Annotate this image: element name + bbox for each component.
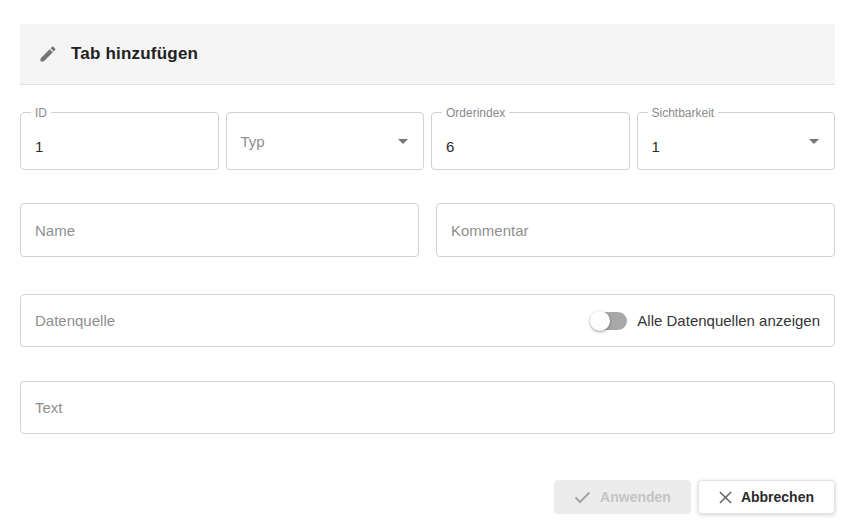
- kommentar-input[interactable]: [451, 222, 820, 239]
- apply-button[interactable]: Anwenden: [554, 480, 691, 514]
- orderindex-field: Orderindex: [431, 112, 630, 170]
- name-field: [20, 203, 419, 257]
- text-input[interactable]: [35, 399, 820, 416]
- edit-pencil-icon: [38, 44, 58, 64]
- orderindex-input[interactable]: [446, 128, 615, 155]
- toggle-thumb: [590, 311, 610, 331]
- row-name-kommentar: [20, 203, 835, 257]
- alle-datenquellen-toggle[interactable]: [591, 311, 627, 331]
- close-icon: [719, 491, 732, 504]
- id-field-label: ID: [31, 105, 51, 121]
- sichtbarkeit-select-label: Sichtbarkeit: [648, 105, 719, 121]
- row-text: [20, 381, 835, 434]
- sichtbarkeit-select[interactable]: Sichtbarkeit 1: [637, 112, 836, 170]
- id-input[interactable]: [35, 128, 204, 155]
- orderindex-field-label: Orderindex: [442, 105, 509, 121]
- row-id-typ-orderindex-sichtbarkeit: ID Typ Orderindex Sichtbarkeit 1: [20, 112, 835, 170]
- kommentar-field: [436, 203, 835, 257]
- sichtbarkeit-select-value: 1: [652, 128, 660, 155]
- alle-datenquellen-toggle-label: Alle Datenquellen anzeigen: [637, 312, 820, 329]
- text-field: [20, 381, 835, 434]
- datenquellen-toggle-group: Alle Datenquellen anzeigen: [591, 311, 820, 331]
- dialog-footer: Anwenden Abbrechen: [20, 480, 835, 514]
- name-input[interactable]: [35, 222, 404, 239]
- dialog-header: Tab hinzufügen: [20, 24, 835, 85]
- cancel-button-label: Abbrechen: [741, 489, 814, 505]
- check-icon: [574, 491, 591, 504]
- chevron-down-icon: [809, 139, 819, 144]
- row-datenquelle: Alle Datenquellen anzeigen: [20, 294, 835, 347]
- dialog-title: Tab hinzufügen: [71, 44, 198, 64]
- apply-button-label: Anwenden: [600, 489, 671, 505]
- typ-select-placeholder: Typ: [241, 133, 265, 150]
- datenquelle-field: Alle Datenquellen anzeigen: [20, 294, 835, 347]
- id-field: ID: [20, 112, 219, 170]
- add-tab-dialog: Tab hinzufügen ID Typ Orderindex Sichtba…: [0, 0, 855, 514]
- typ-select[interactable]: Typ: [226, 112, 425, 170]
- chevron-down-icon: [398, 139, 408, 144]
- cancel-button[interactable]: Abbrechen: [698, 480, 835, 514]
